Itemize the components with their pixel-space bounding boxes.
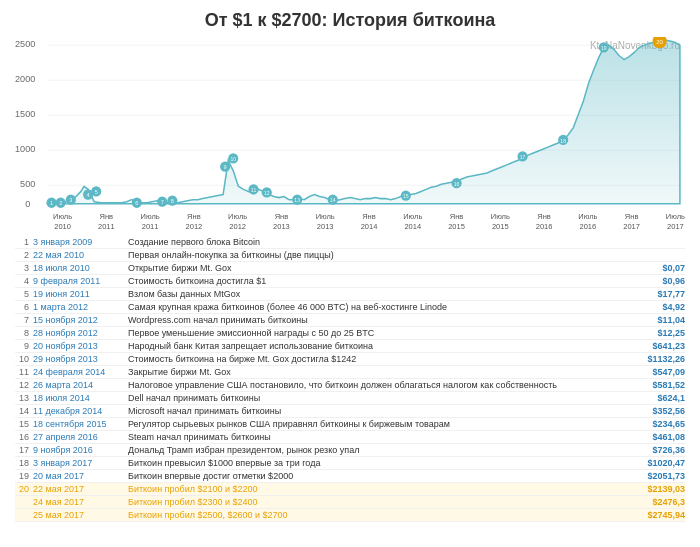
table-row: 3 18 июля 2010 Открытие биржи Mt. Gox $0… bbox=[15, 262, 685, 275]
x-label-0: Июль2010 bbox=[53, 212, 72, 232]
row-number: 20 bbox=[15, 484, 33, 494]
row-price: $0,96 bbox=[620, 276, 685, 286]
table-row: 6 1 марта 2012 Самая крупная кража битко… bbox=[15, 301, 685, 314]
row-number: 2 bbox=[15, 250, 33, 260]
table-row: 7 15 ноября 2012 Wordpress.com начал при… bbox=[15, 314, 685, 327]
row-desc: Закрытие биржи Mt. Gox bbox=[128, 367, 620, 377]
row-number: 5 bbox=[15, 289, 33, 299]
row-price: $1132,26 bbox=[620, 354, 685, 364]
x-label-9: Янв2015 bbox=[448, 212, 465, 232]
row-desc: Биткоин впервые достиг отметки $2000 bbox=[128, 471, 620, 481]
svg-text:19: 19 bbox=[601, 45, 607, 51]
table-row: 11 24 февраля 2014 Закрытие биржи Mt. Go… bbox=[15, 366, 685, 379]
table-row: 14 11 декабря 2014 Microsoft начал прини… bbox=[15, 405, 685, 418]
svg-text:8: 8 bbox=[171, 198, 174, 204]
table-row: 12 26 марта 2014 Налоговое управление СШ… bbox=[15, 379, 685, 392]
row-number: 8 bbox=[15, 328, 33, 338]
row-number: 10 bbox=[15, 354, 33, 364]
table-row: 9 20 ноября 2013 Народный банк Китая зап… bbox=[15, 340, 685, 353]
chart-area: 2500 2000 1500 1000 500 0 bbox=[15, 37, 685, 212]
table-row: 2 22 мая 2010 Первая онлайн-покупка за б… bbox=[15, 249, 685, 262]
row-date: 24 мая 2017 bbox=[33, 497, 128, 507]
row-price: $581,52 bbox=[620, 380, 685, 390]
row-number: 1 bbox=[15, 237, 33, 247]
svg-text:1000: 1000 bbox=[15, 144, 35, 154]
row-number: 6 bbox=[15, 302, 33, 312]
row-date: 15 ноября 2012 bbox=[33, 315, 128, 325]
row-number: 17 bbox=[15, 445, 33, 455]
row-price: $4,92 bbox=[620, 302, 685, 312]
table-row: 16 27 апреля 2016 Steam начал принимать … bbox=[15, 431, 685, 444]
row-desc: Стоимость биткоина достигла $1 bbox=[128, 276, 620, 286]
row-desc: Биткоин пробил $2500, $2600 и $2700 bbox=[128, 510, 620, 520]
svg-text:10: 10 bbox=[230, 156, 236, 162]
row-desc: Microsoft начал принимать биткоины bbox=[128, 406, 620, 416]
row-date: 18 сентября 2015 bbox=[33, 419, 128, 429]
row-price: $11,04 bbox=[620, 315, 685, 325]
row-date: 9 февраля 2011 bbox=[33, 276, 128, 286]
row-date: 22 мая 2017 bbox=[33, 484, 128, 494]
svg-text:3: 3 bbox=[69, 197, 72, 203]
row-price: $624,1 bbox=[620, 393, 685, 403]
row-desc: Создание первого блока Bitcoin bbox=[128, 237, 620, 247]
row-number: 15 bbox=[15, 419, 33, 429]
row-date: 20 ноября 2013 bbox=[33, 341, 128, 351]
row-desc: Взлом базы данных MtGox bbox=[128, 289, 620, 299]
x-label-10: Июль2015 bbox=[491, 212, 510, 232]
svg-text:7: 7 bbox=[161, 199, 164, 205]
row-number: 4 bbox=[15, 276, 33, 286]
svg-text:1500: 1500 bbox=[15, 109, 35, 119]
row-desc: Dell начал принимать биткоины bbox=[128, 393, 620, 403]
row-desc: Steam начал принимать биткоины bbox=[128, 432, 620, 442]
row-desc: Биткоин превысил $1000 впервые за три го… bbox=[128, 458, 620, 468]
row-number: 19 bbox=[15, 471, 33, 481]
x-label-13: Янв2017 bbox=[623, 212, 640, 232]
svg-text:2: 2 bbox=[59, 200, 62, 206]
x-label-14: Июль2017 bbox=[666, 212, 685, 232]
row-price: $17,77 bbox=[620, 289, 685, 299]
row-price: $0,07 bbox=[620, 263, 685, 273]
row-date: 3 января 2017 bbox=[33, 458, 128, 468]
row-price: $234,65 bbox=[620, 419, 685, 429]
table-row: 19 20 мая 2017 Биткоин впервые достиг от… bbox=[15, 470, 685, 483]
x-label-12: Июль2016 bbox=[578, 212, 597, 232]
row-desc: Дональд Трамп избран президентом, рынок … bbox=[128, 445, 620, 455]
svg-text:0: 0 bbox=[25, 199, 30, 209]
row-date: 20 мая 2017 bbox=[33, 471, 128, 481]
row-desc: Регулятор сырьевых рынков США приравнял … bbox=[128, 419, 620, 429]
svg-text:18: 18 bbox=[560, 137, 566, 143]
row-price: $352,56 bbox=[620, 406, 685, 416]
x-label-5: Янв2013 bbox=[273, 212, 290, 232]
x-label-2: Июль2011 bbox=[141, 212, 160, 232]
row-price: $461,08 bbox=[620, 432, 685, 442]
row-price: $12,25 bbox=[620, 328, 685, 338]
table-row: 5 19 июня 2011 Взлом базы данных MtGox $… bbox=[15, 288, 685, 301]
row-date: 19 июня 2011 bbox=[33, 289, 128, 299]
svg-text:12: 12 bbox=[264, 190, 270, 196]
row-desc: Wordpress.com начал принимать биткоины bbox=[128, 315, 620, 325]
svg-text:20: 20 bbox=[656, 38, 663, 45]
svg-text:17: 17 bbox=[520, 154, 526, 160]
svg-text:1: 1 bbox=[50, 200, 53, 206]
svg-text:2500: 2500 bbox=[15, 39, 35, 49]
row-date: 18 июля 2010 bbox=[33, 263, 128, 273]
row-date: 9 ноября 2016 bbox=[33, 445, 128, 455]
x-label-7: Янв2014 bbox=[361, 212, 378, 232]
table-row: 15 18 сентября 2015 Регулятор сырьевых р… bbox=[15, 418, 685, 431]
row-number: 13 bbox=[15, 393, 33, 403]
x-label-1: Янв2011 bbox=[98, 212, 115, 232]
x-label-6: Июль2013 bbox=[316, 212, 335, 232]
row-price: $726,36 bbox=[620, 445, 685, 455]
row-price: $2745,94 bbox=[620, 510, 685, 520]
table-row: 25 мая 2017 Биткоин пробил $2500, $2600 … bbox=[15, 509, 685, 522]
row-desc: Биткоин пробил $2300 и $2400 bbox=[128, 497, 620, 507]
row-number: 12 bbox=[15, 380, 33, 390]
table-row: 17 9 ноября 2016 Дональд Трамп избран пр… bbox=[15, 444, 685, 457]
row-desc: Стоимость биткоина на бирже Mt. Gox дост… bbox=[128, 354, 620, 364]
svg-text:13: 13 bbox=[294, 197, 300, 203]
row-price: $2139,03 bbox=[620, 484, 685, 494]
row-number: 3 bbox=[15, 263, 33, 273]
x-label-8: Июль2014 bbox=[403, 212, 422, 232]
svg-text:16: 16 bbox=[454, 181, 460, 187]
x-label-11: Янв2016 bbox=[536, 212, 553, 232]
